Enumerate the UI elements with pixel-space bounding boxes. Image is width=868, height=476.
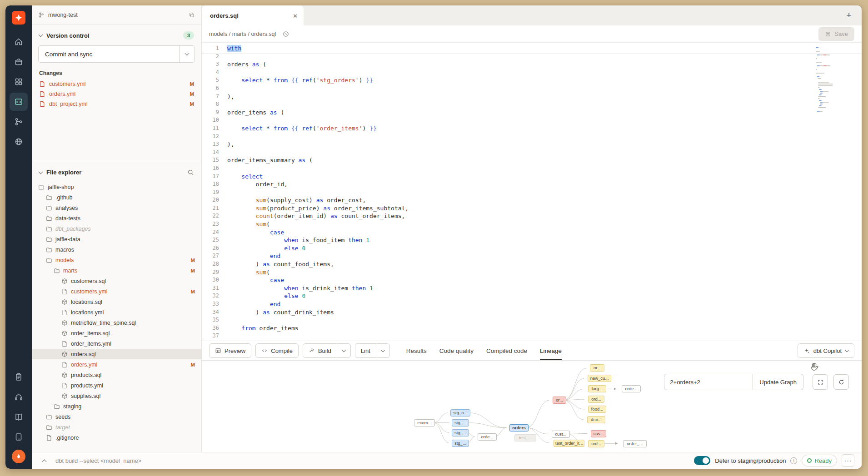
tree-item[interactable]: customers.sql (32, 276, 201, 286)
lineage-node[interactable]: new_cu... (588, 375, 611, 382)
line-number: 21 (202, 204, 227, 213)
lineage-node[interactable]: drin... (587, 416, 605, 423)
tree-item[interactable]: staging (32, 401, 201, 412)
tree-item[interactable]: dbt_packages (32, 223, 201, 234)
tree-item[interactable]: .gitignore (32, 432, 201, 443)
tree-item[interactable]: analyses (32, 203, 201, 213)
expand-panel-icon[interactable] (39, 456, 49, 466)
new-tab-button[interactable]: + (843, 9, 855, 22)
version-control-header[interactable]: Version control 3 (32, 25, 201, 44)
lineage-node[interactable]: ord... (588, 440, 604, 447)
docs-icon[interactable] (10, 408, 28, 426)
tab-results[interactable]: Results (406, 341, 427, 360)
code-editor[interactable]: 1with2 3orders as (4 5 select * from {{ … (202, 43, 862, 341)
preview-button[interactable]: Preview (209, 343, 251, 358)
changelog-icon[interactable] (10, 368, 28, 386)
lineage-node[interactable]: stg_... (452, 440, 469, 447)
lineage-panel[interactable]: ecom...stg_o...stg_...stg_...stg_...orde… (202, 361, 862, 452)
ide-icon[interactable] (10, 93, 28, 111)
lineage-node[interactable]: or... (590, 364, 604, 372)
tree-item[interactable]: order_items.sql (32, 328, 201, 338)
tab-lineage[interactable]: Lineage (540, 341, 562, 360)
tree-item[interactable]: customers.ymlM (32, 286, 201, 297)
lineage-node[interactable]: ecom... (414, 419, 435, 426)
compile-button[interactable]: Compile (255, 343, 299, 358)
dbt-copilot-button[interactable]: dbt Copilot (798, 343, 854, 358)
tree-item[interactable]: supplies.sql (32, 391, 201, 401)
explore-icon[interactable] (10, 133, 28, 151)
update-graph-button[interactable]: Update Graph (753, 374, 803, 390)
changed-file-row[interactable]: dbt_project.ymlM (32, 99, 201, 109)
tree-item[interactable]: modelsM (32, 255, 201, 265)
lineage-node[interactable]: stg_... (452, 419, 469, 426)
close-tab-icon[interactable]: × (293, 12, 297, 20)
tree-item[interactable]: locations.sql (32, 297, 201, 307)
info-icon[interactable]: i (790, 457, 797, 464)
copy-icon[interactable] (189, 12, 195, 18)
cli-command[interactable]: dbt build --select <model_name> (55, 457, 141, 464)
tree-item[interactable]: order_items.yml (32, 338, 201, 349)
orchestration-icon[interactable] (10, 113, 28, 131)
lineage-node[interactable]: stg_o... (450, 409, 470, 416)
tab-compiled-code[interactable]: Compiled code (486, 341, 527, 360)
lineage-node[interactable]: cust... (552, 431, 570, 438)
notebook-icon[interactable] (10, 428, 28, 446)
lineage-node[interactable]: orde... (622, 385, 641, 392)
code-line: 3orders as ( (202, 60, 862, 69)
dbt-logo-icon[interactable] (12, 11, 25, 25)
file-history-icon[interactable] (280, 29, 291, 40)
help-icon[interactable] (10, 388, 28, 406)
refresh-icon[interactable] (833, 374, 849, 390)
more-options-button[interactable]: ··· (842, 454, 854, 467)
tree-item[interactable]: orders.sql (32, 349, 201, 359)
changed-file-row[interactable]: orders.ymlM (32, 89, 201, 99)
tab-orders-sql[interactable]: orders.sql × (202, 5, 304, 25)
lineage-node[interactable]: orders (509, 424, 529, 431)
lineage-selector-input[interactable] (664, 374, 753, 390)
lineage-node[interactable]: larg... (588, 385, 606, 392)
commit-dropdown-icon[interactable] (179, 46, 195, 62)
tree-item[interactable]: seeds (32, 412, 201, 422)
tree-item[interactable]: jaffle-data (32, 234, 201, 244)
tree-item[interactable]: products.yml (32, 380, 201, 391)
search-icon[interactable] (187, 169, 194, 176)
build-button[interactable]: Build (303, 343, 337, 358)
tree-item[interactable]: metricflow_time_spine.sql (32, 317, 201, 328)
dashboard-icon[interactable] (10, 73, 28, 91)
changed-file-row[interactable]: customers.ymlM (32, 79, 201, 89)
lineage-node[interactable]: order_... (623, 440, 647, 447)
fullscreen-icon[interactable] (813, 374, 828, 390)
tab-code-quality[interactable]: Code quality (439, 341, 474, 360)
file-explorer-header[interactable]: File explorer (32, 162, 201, 180)
lineage-node[interactable]: orde... (478, 433, 497, 441)
tree-item[interactable]: macros (32, 244, 201, 255)
lineage-node[interactable]: test_... (514, 434, 536, 441)
lineage-node[interactable]: food... (588, 406, 606, 413)
develop-icon[interactable] (10, 53, 28, 71)
save-button[interactable]: Save (818, 27, 854, 41)
commit-and-sync-button[interactable]: Commit and sync (38, 45, 195, 63)
ready-status-badge[interactable]: Ready (802, 455, 837, 466)
lineage-node[interactable]: ord... (588, 396, 604, 403)
home-icon[interactable] (10, 33, 28, 51)
tab-bar: orders.sql × + (202, 5, 862, 25)
defer-toggle[interactable] (694, 456, 710, 465)
lint-button[interactable]: Lint (355, 343, 376, 358)
lineage-node[interactable]: test_order_it... (554, 440, 584, 447)
tree-item[interactable]: target (32, 422, 201, 432)
tree-item[interactable]: locations.yml (32, 307, 201, 317)
line-number: 28 (202, 260, 227, 268)
lineage-node[interactable]: or... (553, 397, 566, 404)
tree-item[interactable]: orders.ymlM (32, 359, 201, 370)
user-avatar[interactable] (12, 450, 25, 463)
tree-item[interactable]: .github (32, 192, 201, 203)
tree-item[interactable]: jaffle-shop (32, 182, 201, 192)
build-dropdown[interactable] (337, 343, 351, 358)
tree-item[interactable]: martsM (32, 265, 201, 276)
tree-item[interactable]: data-tests (32, 213, 201, 223)
tree-item[interactable]: products.sql (32, 370, 201, 380)
minimap[interactable] (816, 45, 837, 123)
lineage-node[interactable]: cus... (591, 430, 606, 437)
lineage-node[interactable]: stg_... (452, 429, 469, 436)
lint-dropdown[interactable] (376, 343, 390, 358)
